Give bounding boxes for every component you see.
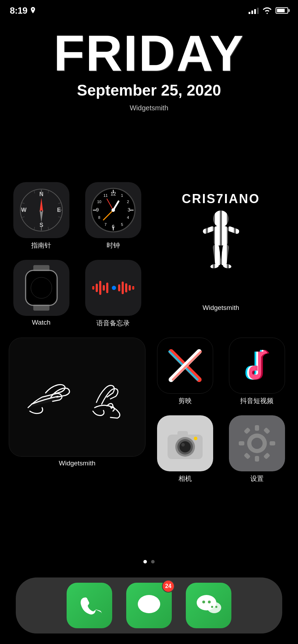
settings-app[interactable]: 设置: [224, 415, 289, 483]
svg-line-5: [48, 191, 49, 194]
svg-rect-92: [255, 456, 259, 462]
signal-icon: [249, 7, 259, 14]
hands-icon: [9, 338, 145, 457]
messages-svg: [135, 591, 163, 619]
status-time: 8:19: [10, 5, 27, 16]
svg-marker-18: [40, 210, 43, 222]
wechat-icon: [186, 583, 231, 628]
svg-text:W: W: [21, 207, 27, 213]
svg-text:2: 2: [127, 200, 129, 204]
svg-text:1: 1: [121, 193, 123, 198]
tiktok-app[interactable]: 抖音短视频: [224, 338, 289, 406]
phone-svg: [76, 593, 103, 619]
svg-text:6: 6: [112, 224, 115, 229]
dock-phone[interactable]: [67, 583, 112, 628]
svg-rect-96: [263, 427, 270, 434]
svg-text:7: 7: [104, 222, 106, 227]
svg-text:12: 12: [110, 191, 116, 196]
day-widget[interactable]: FRIDAY September 25, 2020 Widgetsmith: [0, 28, 298, 119]
battery-icon: [276, 7, 288, 14]
location-icon: [30, 7, 36, 14]
svg-point-69: [112, 286, 116, 290]
svg-point-104: [208, 601, 211, 603]
svg-rect-67: [103, 285, 105, 291]
settings-icon: [236, 422, 278, 464]
svg-text:10: 10: [97, 200, 101, 204]
cristiano-icon: CRIS7IANO: [153, 182, 289, 301]
day-name: FRIDAY: [0, 28, 298, 79]
svg-point-39: [111, 208, 115, 212]
apps-section: N S E W 指南针: [0, 182, 298, 483]
date-line: September 25, 2020: [0, 82, 298, 99]
svg-rect-95: [244, 427, 251, 434]
svg-text:8: 8: [98, 215, 100, 220]
svg-rect-87: [177, 431, 188, 436]
svg-text:11: 11: [103, 193, 107, 198]
camera-label: 相机: [178, 474, 192, 483]
svg-text:CRIS7IANO: CRIS7IANO: [182, 192, 260, 206]
compass-label: 指南针: [31, 241, 51, 250]
jianying-app[interactable]: 剪映: [153, 338, 217, 406]
svg-rect-91: [255, 425, 259, 431]
svg-point-90: [251, 438, 263, 449]
svg-point-85: [180, 441, 191, 452]
svg-rect-65: [96, 284, 98, 292]
wifi-icon: [262, 7, 272, 14]
svg-point-105: [211, 606, 213, 608]
svg-point-106: [215, 606, 217, 608]
svg-line-11: [21, 217, 25, 217]
dock-wechat[interactable]: [186, 583, 231, 628]
svg-rect-75: [92, 287, 94, 289]
tiktok-label: 抖音短视频: [240, 396, 273, 406]
hands-label: Widgetsmith: [59, 459, 96, 467]
svg-text:N: N: [39, 191, 43, 197]
watch-app[interactable]: Watch: [9, 260, 74, 328]
svg-marker-17: [40, 198, 43, 212]
status-bar: 8:19: [0, 0, 298, 21]
cristiano-widget[interactable]: CRIS7IANO: [153, 182, 289, 328]
clock-app[interactable]: 12 3 6 9 1 2 4 5 7 8 10 11: [81, 182, 145, 250]
dock: 24: [16, 577, 282, 633]
svg-text:3: 3: [128, 207, 130, 213]
hands-svg: [18, 338, 137, 457]
svg-line-10: [34, 227, 35, 230]
hands-widget[interactable]: Widgetsmith: [9, 338, 145, 483]
svg-text:S: S: [39, 222, 43, 228]
svg-point-102: [207, 602, 221, 613]
watch-label: Watch: [32, 319, 50, 326]
settings-label: 设置: [250, 474, 264, 483]
messages-badge: 24: [162, 580, 175, 593]
dock-messages[interactable]: 24: [126, 583, 172, 628]
svg-rect-98: [263, 452, 270, 459]
svg-line-12: [21, 203, 25, 203]
svg-line-7: [58, 217, 61, 217]
svg-rect-70: [118, 284, 120, 291]
camera-app[interactable]: 相机: [153, 415, 217, 483]
svg-text:5: 5: [121, 222, 123, 227]
svg-point-103: [202, 601, 205, 603]
svg-point-86: [181, 443, 185, 446]
svg-line-6: [34, 191, 35, 194]
compass-icon: N S E W: [17, 186, 66, 235]
status-icons: [249, 7, 288, 14]
svg-rect-94: [270, 441, 275, 445]
svg-line-9: [48, 227, 49, 230]
jianying-label: 剪映: [178, 396, 192, 406]
cristiano-svg: CRIS7IANO: [161, 182, 280, 301]
svg-rect-66: [99, 281, 101, 295]
phone-icon: [67, 583, 112, 628]
voice-app[interactable]: 语音备忘录: [81, 260, 145, 328]
camera-icon: [164, 422, 206, 464]
svg-rect-77: [18, 338, 137, 457]
compass-app[interactable]: N S E W 指南针: [9, 182, 74, 250]
clock-icon: 12 3 6 9 1 2 4 5 7 8 10 11: [89, 186, 138, 235]
svg-rect-76: [132, 287, 134, 289]
svg-rect-71: [122, 282, 124, 294]
svg-point-88: [194, 437, 197, 440]
page-dot-1[interactable]: [143, 560, 147, 563]
svg-rect-68: [106, 283, 108, 293]
clock-label: 时钟: [107, 241, 120, 250]
svg-text:E: E: [57, 207, 61, 213]
jianying-icon: [164, 345, 206, 387]
page-dot-2[interactable]: [151, 560, 155, 563]
